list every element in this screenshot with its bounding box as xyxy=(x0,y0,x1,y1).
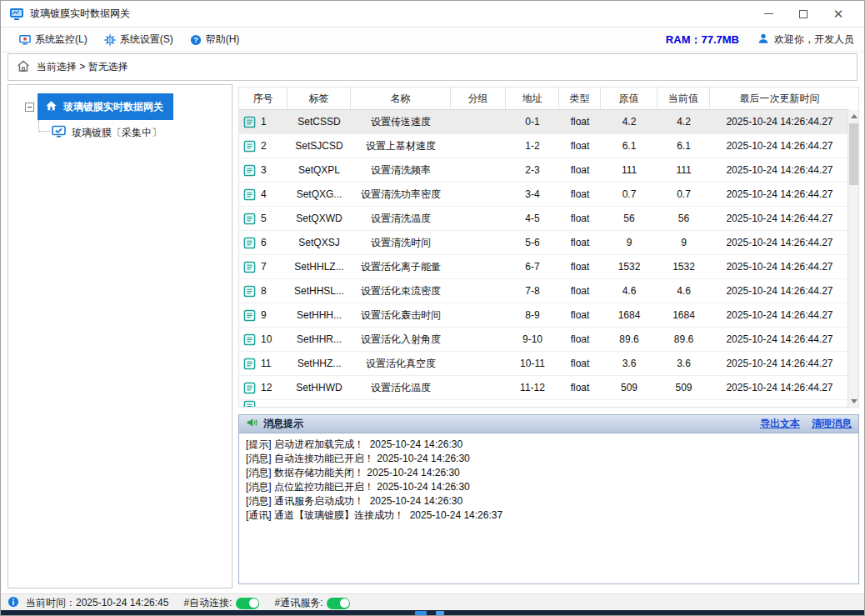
table-row[interactable]: 5 SetQXWD 设置清洗温度 4-5 float 56 56 2025-10… xyxy=(239,207,849,231)
close-button[interactable]: ✕ xyxy=(821,2,856,27)
col-header[interactable]: 地址 xyxy=(506,88,559,109)
table-row[interactable]: 8 SetHHSL... 设置活化束流密度 7-8 float 4.6 4.6 … xyxy=(239,279,849,303)
scroll-up-icon[interactable] xyxy=(848,110,859,122)
col-header[interactable]: 原值 xyxy=(601,88,658,109)
table-scrollbar[interactable] xyxy=(848,110,858,407)
cell-address: 6-7 xyxy=(506,255,559,278)
table-row[interactable]: 6 SetQXSJ 设置清洗时间 5-6 float 9 9 2025-10-2… xyxy=(239,231,849,255)
cell-tag: SetHHWD xyxy=(288,376,351,399)
cell-group xyxy=(451,207,506,230)
menu-label: 系统设置(S) xyxy=(120,33,173,47)
col-header[interactable]: 类型 xyxy=(559,88,601,109)
home-icon[interactable] xyxy=(17,59,30,75)
cell-current-value: 6.1 xyxy=(658,134,710,158)
message-panel: 消息提示 导出文本 清理消息 [提示] 启动进程加载完成！ 2025-10-24… xyxy=(238,414,859,584)
cell-address: 3-4 xyxy=(506,183,559,206)
cell-tag: SetQXSJ xyxy=(288,231,351,254)
cell-name: 设置活化入射角度 xyxy=(351,328,451,351)
table-row[interactable]: 9 SetHHH... 设置活化轰击时间 8-9 float 1684 1684… xyxy=(239,303,849,328)
tree-node-label: 玻璃镀膜实时数据网关 xyxy=(63,100,163,114)
maximize-icon xyxy=(799,10,808,18)
cell-type: float xyxy=(559,183,601,206)
cell-current-value: 4.6 xyxy=(658,279,710,303)
table-row[interactable]: 3 SetQXPL 设置清洗频率 2-3 float 111 111 2025-… xyxy=(239,158,849,183)
table-row[interactable]: 1 SetCSSD 设置传送速度 0-1 float 4.2 4.2 2025-… xyxy=(239,110,849,134)
cell-address: 0-1 xyxy=(506,110,559,133)
scrollbar-thumb[interactable] xyxy=(849,123,858,185)
cell-current-value: 509 xyxy=(658,376,710,399)
user-icon xyxy=(758,33,769,47)
cell-name: 设置清洗温度 xyxy=(351,207,451,230)
info-icon xyxy=(8,596,19,610)
col-header[interactable]: 分组 xyxy=(451,88,506,109)
cell-original-value: 3.6 xyxy=(601,352,658,375)
cell-address: 2-3 xyxy=(506,158,559,182)
table-row[interactable]: 10 SetHHR... 设置活化入射角度 9-10 float 89.6 89… xyxy=(239,328,849,352)
breadcrumb-text: 当前选择 > 暂无选择 xyxy=(37,60,128,74)
tree-node-gateway[interactable]: 玻璃镀膜实时数据网关 xyxy=(38,93,173,120)
ram-indicator: RAM：77.7MB xyxy=(666,33,739,48)
menu-system-settings[interactable]: 系统设置(S) xyxy=(96,29,182,50)
minimize-button[interactable] xyxy=(751,2,786,27)
message-line: [通讯] 通道【玻璃镀膜】连接成功！ 2025-10-24 14:26:37 xyxy=(246,508,852,523)
cell-current-value: 1684 xyxy=(658,303,710,327)
cell-name: 设置传送速度 xyxy=(351,110,451,133)
cell-current-value: 111 xyxy=(658,158,710,182)
col-header[interactable]: 标签 xyxy=(288,88,351,109)
clear-messages-link[interactable]: 清理消息 xyxy=(812,417,852,431)
table-row[interactable]: 4 SetQXG... 设置清洗功率密度 3-4 float 0.7 0.7 2… xyxy=(239,183,849,207)
cell-no: 7 xyxy=(239,255,288,278)
cell-no: 4 xyxy=(239,183,288,206)
message-panel-header: 消息提示 导出文本 清理消息 xyxy=(239,415,858,433)
cell-no: 6 xyxy=(239,231,288,254)
message-line: [消息] 通讯服务启动成功！ 2025-10-24 14:26:30 xyxy=(246,494,852,508)
cell-original-value: 6.1 xyxy=(601,134,658,158)
current-time-text: 当前时间：2025-10-24 14:26:45 xyxy=(26,596,168,610)
table-row[interactable]: 12 SetHHWD 设置活化温度 11-12 float 509 509 20… xyxy=(239,376,849,400)
cell-current-value: 0.7 xyxy=(658,183,710,206)
cell-address: 5-6 xyxy=(506,231,559,254)
close-icon: ✕ xyxy=(833,8,844,20)
table-row[interactable]: 2 SetSJCSD 设置上基材速度 1-2 float 6.1 6.1 202… xyxy=(239,134,849,158)
cell-type: float xyxy=(559,207,601,230)
tag-icon xyxy=(243,309,256,322)
scroll-down-icon[interactable] xyxy=(848,395,859,407)
tag-icon xyxy=(243,140,256,153)
cell-original-value: 89.6 xyxy=(601,328,658,351)
table-row[interactable]: 7 SetHHLZ... 设置活化离子能量 6-7 float 1532 153… xyxy=(239,255,849,279)
cell-current-value: 56 xyxy=(658,207,710,230)
menu-bar: 系统监控(L) 系统设置(S) ? 帮助(H) RAM：77.7MB 欢迎你，开… xyxy=(1,28,864,53)
cell-no: 1 xyxy=(239,110,288,133)
cell-address: 8-9 xyxy=(506,303,559,327)
maximize-button[interactable] xyxy=(786,2,821,27)
cell-type: float xyxy=(559,279,601,303)
tag-icon xyxy=(243,333,256,346)
cell-no: 12 xyxy=(239,376,288,399)
taskbar-icon-fragment xyxy=(415,611,427,615)
col-header[interactable]: 名称 xyxy=(351,88,451,109)
tree-collapse-icon[interactable] xyxy=(25,103,34,112)
menu-help[interactable]: ? 帮助(H) xyxy=(182,29,248,50)
tag-icon xyxy=(243,400,256,408)
comm-service-toggle[interactable] xyxy=(327,598,350,609)
col-header[interactable]: 当前值 xyxy=(658,88,710,109)
auto-connect-toggle[interactable] xyxy=(236,598,259,609)
export-text-link[interactable]: 导出文本 xyxy=(760,417,800,431)
cell-original-value: 56 xyxy=(601,207,658,230)
cell-name: 设置活化离子能量 xyxy=(351,255,451,278)
tag-icon xyxy=(243,164,256,177)
menu-system-monitor[interactable]: 系统监控(L) xyxy=(11,29,96,50)
cell-original-value: 9 xyxy=(601,231,658,254)
house-icon xyxy=(45,99,58,114)
tree-node-channel[interactable]: 玻璃镀膜〔采集中〕 xyxy=(8,125,232,141)
table-row[interactable]: 11 SetHHZ... 设置活化真空度 10-11 float 3.6 3.6… xyxy=(239,352,849,376)
cell-current-value: 9 xyxy=(658,231,710,254)
cell-original-value: 1532 xyxy=(601,255,658,278)
col-header[interactable]: 序号 xyxy=(239,88,288,109)
cell-type: float xyxy=(559,352,601,375)
col-header[interactable]: 最后一次更新时间 xyxy=(710,88,849,109)
message-list: [提示] 启动进程加载完成！ 2025-10-24 14:26:30[消息] 自… xyxy=(239,433,858,527)
cell-original-value: 0.7 xyxy=(601,183,658,206)
cell-updated-time: 2025-10-24 14:26:44.27 xyxy=(710,352,849,375)
cell-type: float xyxy=(559,328,601,351)
